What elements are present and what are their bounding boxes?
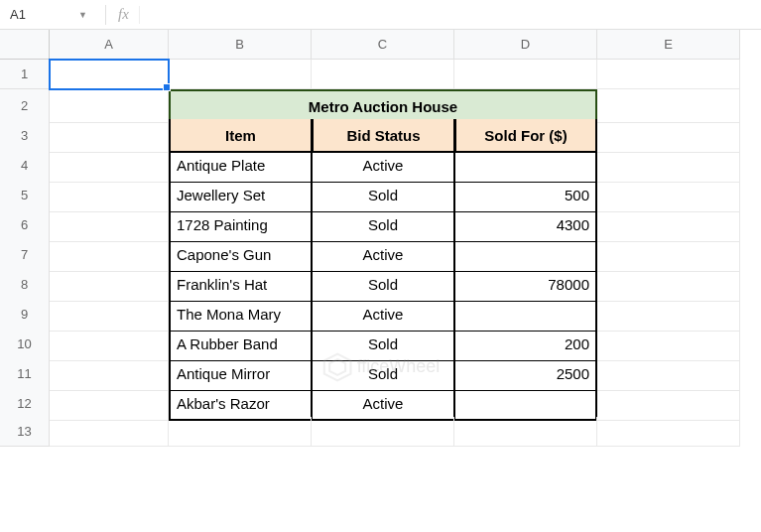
divider [105,5,106,25]
cell-a1[interactable] [50,60,169,89]
header-status[interactable]: Bid Status [312,119,454,153]
cell-item[interactable]: 1728 Painting [169,208,312,242]
cell-status[interactable]: Sold [312,357,454,391]
cell-c1[interactable] [312,60,454,89]
cell-e10[interactable] [597,328,740,361]
select-all-corner[interactable] [0,30,50,60]
cell-status[interactable]: Active [312,387,454,421]
cell-a3[interactable] [50,119,169,153]
row-header-11[interactable]: 11 [0,357,50,391]
col-header-d[interactable]: D [454,30,597,60]
cell-e7[interactable] [597,238,740,272]
cell-b13[interactable] [169,417,312,447]
cell-sold[interactable] [454,238,597,272]
cell-e6[interactable] [597,208,740,242]
cell-item[interactable]: Akbar's Razor [169,387,312,421]
cell-e11[interactable] [597,357,740,391]
cell-sold[interactable] [454,298,597,332]
cell-e4[interactable] [597,149,740,183]
cell-item[interactable]: Capone's Gun [169,238,312,272]
col-header-b[interactable]: B [169,30,312,60]
row-header-10[interactable]: 10 [0,328,50,361]
row-header-12[interactable]: 12 [0,387,50,421]
cell-status[interactable]: Sold [312,179,454,212]
cell-c13[interactable] [312,417,454,447]
cell-sold[interactable]: 4300 [454,208,597,242]
cell-a6[interactable] [50,208,169,242]
cell-a9[interactable] [50,298,169,332]
cell-d1[interactable] [454,60,597,89]
row-header-3[interactable]: 3 [0,119,50,153]
cell-item[interactable]: Jewellery Set [169,179,312,212]
cell-e8[interactable] [597,268,740,302]
cell-a13[interactable] [50,417,169,447]
row-header-9[interactable]: 9 [0,298,50,332]
formula-bar: A1 ▼ fx [0,0,761,30]
cell-sold[interactable]: 78000 [454,268,597,302]
cell-d13[interactable] [454,417,597,447]
row-header-5[interactable]: 5 [0,179,50,212]
col-header-a[interactable]: A [50,30,169,60]
cell-e9[interactable] [597,298,740,332]
col-header-c[interactable]: C [312,30,454,60]
name-box-value: A1 [10,7,26,22]
cell-sold[interactable]: 500 [454,179,597,212]
cell-item[interactable]: Antique Plate [169,149,312,183]
cell-item[interactable]: The Mona Mary [169,298,312,332]
cell-status[interactable]: Sold [312,208,454,242]
cell-a10[interactable] [50,328,169,361]
divider [139,6,140,24]
cell-sold[interactable]: 200 [454,328,597,361]
cell-sold[interactable] [454,387,597,421]
table-title[interactable]: Metro Auction House [169,89,597,123]
fx-icon: fx [118,6,129,23]
cell-a5[interactable] [50,179,169,212]
row-header-6[interactable]: 6 [0,208,50,242]
cell-a4[interactable] [50,149,169,183]
cell-e12[interactable] [597,387,740,421]
cell-e13[interactable] [597,417,740,447]
chevron-down-icon: ▼ [78,10,87,20]
cell-b1[interactable] [169,60,312,89]
cell-e5[interactable] [597,179,740,212]
cell-e3[interactable] [597,119,740,153]
cell-a8[interactable] [50,268,169,302]
cell-item[interactable]: Antique Mirror [169,357,312,391]
cell-sold[interactable] [454,149,597,183]
col-header-e[interactable]: E [597,30,740,60]
cell-item[interactable]: Franklin's Hat [169,268,312,302]
cell-a12[interactable] [50,387,169,421]
row-header-1[interactable]: 1 [0,60,50,89]
row-header-4[interactable]: 4 [0,149,50,183]
header-item[interactable]: Item [169,119,312,153]
header-sold[interactable]: Sold For ($) [454,119,597,153]
cell-a7[interactable] [50,238,169,272]
name-box[interactable]: A1 ▼ [4,0,93,29]
cell-e1[interactable] [597,60,740,89]
row-header-2[interactable]: 2 [0,89,50,123]
cell-status[interactable]: Sold [312,328,454,361]
cell-e2[interactable] [597,89,740,123]
row-header-8[interactable]: 8 [0,268,50,302]
row-header-13[interactable]: 13 [0,417,50,447]
cell-a11[interactable] [50,357,169,391]
row-header-7[interactable]: 7 [0,238,50,272]
spreadsheet-grid[interactable]: A B C D E 1 2 Metro Auction House 3 Item… [0,30,761,447]
cell-status[interactable]: Active [312,298,454,332]
cell-sold[interactable]: 2500 [454,357,597,391]
formula-input[interactable] [146,0,757,29]
cell-status[interactable]: Sold [312,268,454,302]
cell-item[interactable]: A Rubber Band [169,328,312,361]
cell-a2[interactable] [50,89,169,123]
cell-status[interactable]: Active [312,238,454,272]
cell-status[interactable]: Active [312,149,454,183]
